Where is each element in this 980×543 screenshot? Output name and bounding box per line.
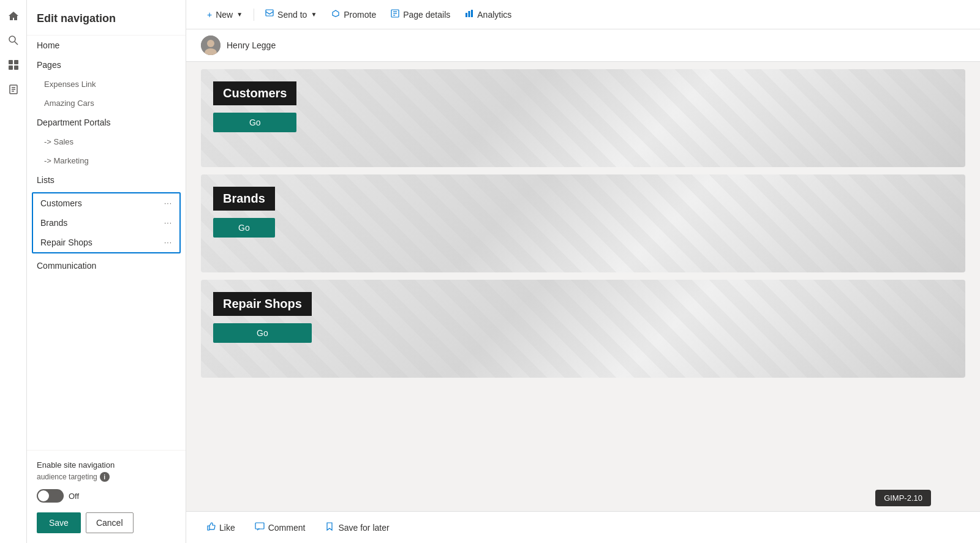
nav-item-pages[interactable]: Pages ··· xyxy=(27,55,186,75)
page-details-icon xyxy=(391,9,399,20)
send-dropdown-icon: ▼ xyxy=(311,11,317,18)
comment-button[interactable]: Comment xyxy=(250,519,311,536)
cards-area: Customers Go Brands Go Repair Shops Go xyxy=(186,69,980,392)
nav-action-buttons: Save Cancel xyxy=(37,512,176,533)
repair-shops-go-button[interactable]: Go xyxy=(213,323,312,343)
new-dropdown-icon: ▼ xyxy=(236,11,243,18)
nav-item-brands-label: Brands xyxy=(40,218,67,228)
nav-item-lists[interactable]: Lists ··· xyxy=(27,170,186,190)
analytics-button[interactable]: Analytics xyxy=(459,6,518,23)
new-button-label: New xyxy=(216,10,233,20)
nav-item-pages-label: Pages xyxy=(37,60,61,70)
site-nav-toggle[interactable] xyxy=(37,489,64,503)
nav-item-communication-label: Communication xyxy=(37,261,96,271)
repair-shops-card: Repair Shops Go xyxy=(201,280,965,378)
promote-button[interactable]: Promote xyxy=(325,6,382,23)
brands-go-button[interactable]: Go xyxy=(213,218,275,238)
author-avatar xyxy=(201,36,221,55)
send-to-label: Send to xyxy=(277,10,307,20)
svg-rect-21 xyxy=(255,523,264,529)
plus-icon: + xyxy=(207,10,212,20)
main-content: + New ▼ Send to ▼ Promote Page details xyxy=(186,0,980,543)
nav-item-communication[interactable]: Communication ··· xyxy=(27,256,186,275)
icon-home[interactable] xyxy=(2,5,24,27)
nav-item-brands[interactable]: Brands ··· xyxy=(33,213,179,233)
analytics-label: Analytics xyxy=(477,10,511,20)
svg-rect-2 xyxy=(9,60,13,64)
toolbar: + New ▼ Send to ▼ Promote Page details xyxy=(186,0,980,29)
promote-icon xyxy=(331,9,340,20)
customers-card-title: Customers xyxy=(213,81,296,105)
nav-item-dept-portals-label: Department Portals xyxy=(37,118,111,127)
svg-rect-3 xyxy=(14,60,18,64)
gimp-tooltip: GIMP-2.10 xyxy=(875,490,931,506)
svg-point-0 xyxy=(9,36,15,42)
enable-targeting-label: Enable site navigation xyxy=(37,460,176,470)
author-bar: Henry Legge xyxy=(186,29,980,62)
new-button[interactable]: + New ▼ xyxy=(201,6,249,23)
nav-panel: Edit navigation Home ··· Pages ··· Expen… xyxy=(27,0,186,543)
audience-targeting-row: audience targeting i xyxy=(37,472,176,482)
save-for-later-button[interactable]: Save for later xyxy=(320,519,394,536)
nav-item-repair-shops[interactable]: Repair Shops ··· xyxy=(33,233,179,252)
lists-group: Customers ··· Brands ··· Repair Shops ··… xyxy=(32,192,181,253)
promote-label: Promote xyxy=(344,10,376,20)
page-area: Henry Legge Customers Go Brands Go xyxy=(186,29,980,511)
nav-item-brands-dots[interactable]: ··· xyxy=(164,219,172,227)
page-details-label: Page details xyxy=(403,10,450,20)
nav-item-home-label: Home xyxy=(37,40,59,50)
bottom-bar: Like Comment Save for later xyxy=(186,511,980,543)
like-label: Like xyxy=(219,523,235,533)
nav-item-marketing-label: -> Marketing xyxy=(44,156,89,165)
audience-targeting-label: audience targeting xyxy=(37,473,97,481)
svg-rect-4 xyxy=(9,66,13,70)
icon-search[interactable] xyxy=(2,29,24,51)
nav-item-customers-label: Customers xyxy=(40,198,82,208)
send-icon xyxy=(265,9,274,20)
repair-shops-card-title: Repair Shops xyxy=(213,292,312,316)
nav-item-sales-label: -> Sales xyxy=(44,137,74,146)
nav-item-marketing[interactable]: -> Marketing ··· xyxy=(27,151,186,170)
nav-item-customers-dots[interactable]: ··· xyxy=(164,199,172,208)
svg-rect-17 xyxy=(471,10,473,17)
brands-card: Brands Go xyxy=(201,174,965,272)
send-to-button[interactable]: Send to ▼ xyxy=(259,6,323,23)
nav-item-repair-shops-dots[interactable]: ··· xyxy=(164,238,172,247)
bookmark-icon xyxy=(325,522,334,533)
like-icon xyxy=(206,522,216,533)
nav-item-sales[interactable]: -> Sales ··· xyxy=(27,132,186,151)
author-name: Henry Legge xyxy=(227,40,276,50)
icon-pages[interactable] xyxy=(2,78,24,100)
nav-item-customers[interactable]: Customers ··· xyxy=(33,193,179,213)
toggle-off-label: Off xyxy=(69,492,79,501)
nav-item-home[interactable]: Home ··· xyxy=(27,36,186,55)
nav-item-amazing-cars-label: Amazing Cars xyxy=(44,99,94,108)
svg-line-1 xyxy=(15,42,18,45)
brands-card-title: Brands xyxy=(213,187,275,211)
customers-go-button[interactable]: Go xyxy=(213,113,296,132)
nav-item-lists-label: Lists xyxy=(37,175,55,185)
toggle-row: Off xyxy=(37,489,176,503)
page-details-button[interactable]: Page details xyxy=(385,6,456,23)
icon-apps[interactable] xyxy=(2,54,24,76)
toolbar-sep-1 xyxy=(254,9,254,21)
customers-card-content: Customers Go xyxy=(213,81,296,132)
save-button[interactable]: Save xyxy=(37,512,81,533)
svg-rect-5 xyxy=(14,66,18,70)
nav-item-repair-shops-label: Repair Shops xyxy=(40,238,92,247)
nav-item-expenses[interactable]: Expenses Link ··· xyxy=(27,75,186,94)
nav-item-dept-portals[interactable]: Department Portals ··· xyxy=(27,113,186,132)
comment-icon xyxy=(255,522,265,533)
analytics-icon xyxy=(465,9,473,20)
cancel-button[interactable]: Cancel xyxy=(86,512,134,533)
nav-item-amazing-cars[interactable]: Amazing Cars ··· xyxy=(27,94,186,113)
svg-rect-16 xyxy=(469,11,470,17)
like-button[interactable]: Like xyxy=(201,519,240,536)
brands-card-content: Brands Go xyxy=(213,187,275,238)
nav-bottom: Enable site navigation audience targetin… xyxy=(27,450,186,543)
info-icon[interactable]: i xyxy=(100,472,110,482)
comment-label: Comment xyxy=(268,523,306,533)
nav-panel-title: Edit navigation xyxy=(27,0,186,36)
svg-rect-10 xyxy=(266,10,273,16)
save-for-later-label: Save for later xyxy=(338,523,389,533)
